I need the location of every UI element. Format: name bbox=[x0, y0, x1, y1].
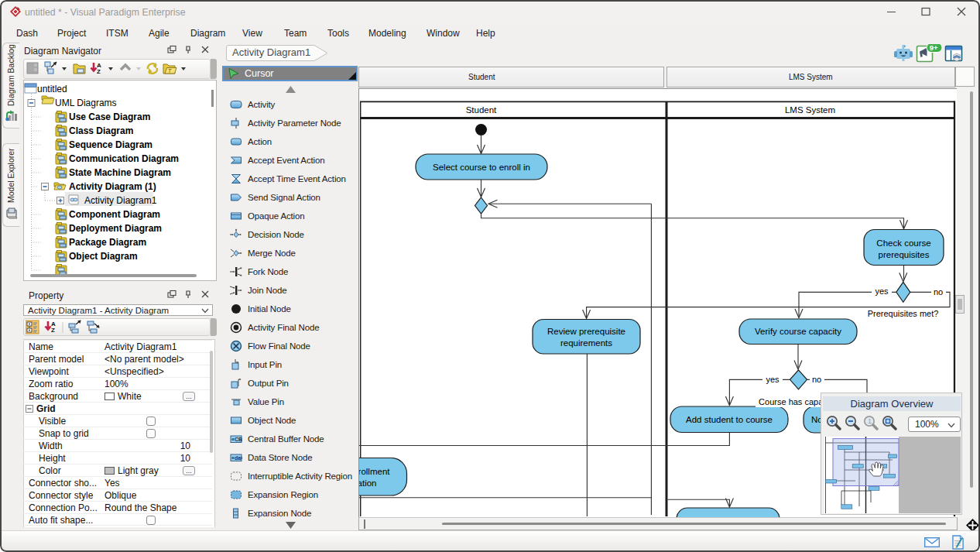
svg-text:no: no bbox=[934, 287, 943, 297]
svg-text:«da»: «da» bbox=[231, 455, 242, 461]
svg-text:9+: 9+ bbox=[930, 44, 938, 52]
svg-text:requirements: requirements bbox=[560, 338, 612, 348]
svg-text:yes: yes bbox=[875, 286, 889, 296]
svg-text:Prerequisites met?: Prerequisites met? bbox=[868, 309, 939, 318]
svg-text:Verify course capacity: Verify course capacity bbox=[755, 327, 841, 336]
svg-text:no: no bbox=[812, 375, 821, 384]
svg-text:Add student to course: Add student to course bbox=[686, 415, 773, 424]
svg-text:enrollment: enrollment bbox=[359, 467, 390, 476]
svg-text:yes: yes bbox=[766, 375, 780, 384]
svg-text:Student: Student bbox=[466, 105, 497, 115]
svg-text:Select course to enroll in: Select course to enroll in bbox=[433, 163, 530, 172]
svg-text:Z: Z bbox=[51, 327, 55, 334]
svg-text:prerequisites: prerequisites bbox=[879, 250, 930, 259]
svg-text:Z: Z bbox=[97, 68, 101, 75]
svg-text:T: T bbox=[168, 68, 172, 74]
svg-text:rmation: rmation bbox=[359, 478, 377, 488]
svg-text:LMS System: LMS System bbox=[785, 105, 835, 115]
svg-text:Review prerequisite: Review prerequisite bbox=[547, 327, 625, 336]
svg-text:«CB»: «CB» bbox=[231, 437, 242, 442]
svg-text:Check course: Check course bbox=[876, 238, 930, 248]
svg-text:1: 1 bbox=[868, 417, 872, 425]
